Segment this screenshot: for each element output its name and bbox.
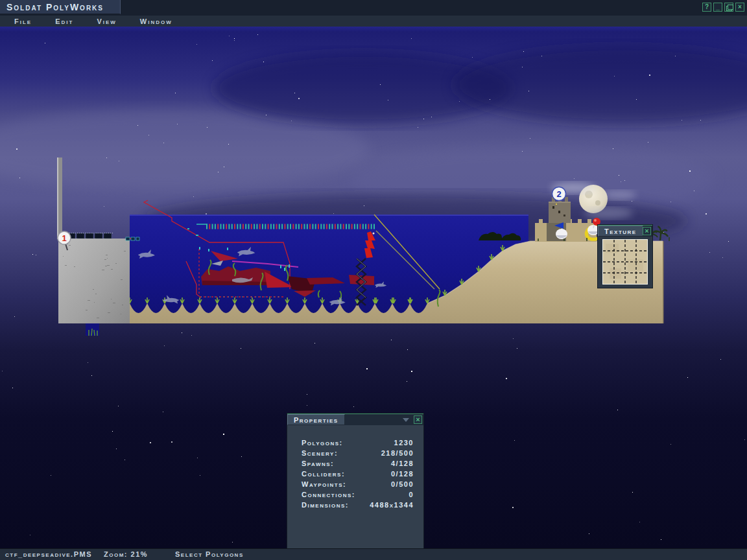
prop-row-waypoints: Waypoints: 0/500 (287, 479, 423, 489)
prop-label: Polygons: (302, 439, 343, 447)
prop-label: Scenery: (302, 449, 338, 457)
texture-panel-title: Texture (604, 228, 637, 235)
properties-close-button[interactable]: × (414, 415, 422, 424)
fence (67, 233, 113, 239)
texture-panel-tab: Texture (598, 226, 643, 237)
properties-panel-titlebar[interactable]: Properties × (287, 414, 423, 425)
prop-row-spawns: Spawns: 4/128 (287, 458, 423, 469)
prop-row-polygons: Polygons: 1230 (287, 438, 423, 448)
properties-panel[interactable]: Properties × Polygons: 1230 Scenery: 218… (287, 414, 423, 548)
marker-2[interactable]: 2 (552, 187, 566, 201)
properties-panel-tab: Properties (287, 414, 345, 425)
maximize-icon (726, 6, 732, 11)
menu-bar: File Edit View Window (0, 16, 747, 27)
status-zoom: Zoom: 21% (104, 550, 148, 558)
texture-preview[interactable] (602, 239, 648, 285)
minimize-button[interactable]: _ (713, 3, 722, 12)
svg-text:2: 2 (556, 189, 561, 199)
status-filename: ctf_deepseadive.PMS (5, 550, 92, 558)
prop-value: 4/128 (391, 460, 414, 467)
properties-panel-title: Properties (294, 416, 338, 424)
app-title-tab: Soldat PolyWorks (0, 0, 121, 14)
map-right-edge (663, 241, 664, 323)
help-button[interactable]: ? (702, 3, 711, 12)
prop-value: 0/500 (391, 480, 414, 488)
menu-view[interactable]: View (88, 18, 125, 25)
texture-panel-titlebar[interactable]: Texture × (598, 226, 652, 237)
properties-body: Polygons: 1230 Scenery: 218/500 Spawns: … (287, 425, 423, 548)
prop-label: Connections: (302, 491, 355, 498)
menu-file[interactable]: File (5, 18, 41, 25)
title-bar[interactable]: Soldat PolyWorks ? _ × (0, 0, 747, 16)
status-mode: Select Polygons (175, 550, 244, 558)
collapse-icon[interactable] (403, 418, 409, 422)
prop-label: Spawns: (302, 460, 334, 467)
prop-row-colliders: Colliders: 0/128 (287, 469, 423, 479)
prop-row-connections: Connections: 0 (287, 489, 423, 500)
prop-label: Waypoints: (302, 480, 346, 488)
prop-label: Dimensions: (302, 501, 349, 509)
prop-value: 218/500 (381, 449, 414, 457)
menu-edit[interactable]: Edit (46, 18, 82, 25)
status-bar: ctf_deepseadive.PMS Zoom: 21% Select Pol… (0, 548, 747, 560)
texture-panel[interactable]: Texture × (598, 225, 652, 288)
texture-grid (603, 240, 647, 284)
prop-value: 0/128 (391, 470, 414, 478)
prop-value: 0 (409, 491, 414, 498)
prop-row-scenery: Scenery: 218/500 (287, 448, 423, 458)
maximize-button[interactable] (724, 3, 733, 12)
texture-close-button[interactable]: × (643, 227, 651, 235)
prop-value: 4488x1344 (370, 501, 414, 509)
prop-label: Colliders: (302, 470, 345, 478)
prop-row-dimensions: Dimensions: 4488x1344 (287, 500, 423, 510)
prop-value: 1230 (394, 439, 414, 447)
close-button[interactable]: × (735, 3, 744, 12)
menu-window[interactable]: Window (131, 18, 182, 25)
app-title: Soldat PolyWorks (6, 2, 104, 12)
svg-text:1: 1 (62, 233, 66, 243)
dock-scenery (126, 237, 139, 240)
